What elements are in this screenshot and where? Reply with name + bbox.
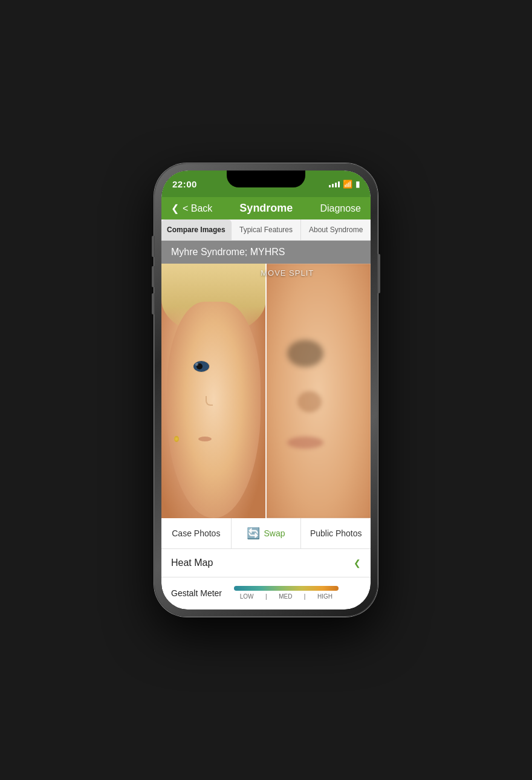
nav-bar: ❮ < Back Syndrome Diagnose bbox=[161, 197, 371, 219]
image-compare-area[interactable]: MOVE SPLIT bbox=[161, 264, 371, 518]
swap-label: Swap bbox=[264, 528, 285, 538]
bottom-controls: Case Photos 🔄 Swap Public Photos Heat Ma… bbox=[161, 518, 371, 609]
tab-about-syndrome[interactable]: About Syndrome bbox=[301, 219, 371, 240]
page-title: Syndrome bbox=[239, 202, 293, 215]
status-notch-area: 22:00 📶 ▮ bbox=[161, 171, 371, 197]
photo-buttons-row: Case Photos 🔄 Swap Public Photos bbox=[161, 518, 371, 549]
face-right bbox=[266, 264, 371, 518]
gestalt-flex: Gestalt Meter LOW | MED | HIGH bbox=[171, 586, 361, 600]
gestalt-high-label: HIGH bbox=[317, 593, 332, 600]
case-photos-label: Case Photos bbox=[172, 528, 220, 538]
screen: 22:00 📶 ▮ ❮ bbox=[161, 171, 371, 609]
face-left bbox=[161, 264, 266, 518]
syndrome-title-bar: Myhre Syndrome; MYHRS bbox=[161, 241, 371, 264]
heat-map-row[interactable]: Heat Map ❮ bbox=[161, 549, 371, 577]
battery-icon: ▮ bbox=[355, 180, 360, 189]
tab-compare-images[interactable]: Compare Images bbox=[161, 219, 232, 240]
gestalt-meter-label: Gestalt Meter bbox=[171, 588, 222, 598]
split-divider[interactable] bbox=[265, 264, 267, 518]
status-bar: 22:00 📶 ▮ bbox=[161, 171, 371, 197]
gestalt-sep1: | bbox=[265, 593, 267, 600]
public-photos-button[interactable]: Public Photos bbox=[301, 520, 371, 547]
status-icons: 📶 ▮ bbox=[329, 180, 360, 189]
tab-typical-features[interactable]: Typical Features bbox=[232, 219, 302, 240]
gestalt-meter-bar bbox=[234, 586, 339, 591]
swap-icon: 🔄 bbox=[247, 527, 260, 540]
left-image bbox=[161, 264, 266, 518]
gestalt-low-label: LOW bbox=[240, 593, 254, 600]
tab-bar: Compare Images Typical Features About Sy… bbox=[161, 219, 371, 241]
case-photos-button[interactable]: Case Photos bbox=[161, 520, 231, 547]
move-split-label: MOVE SPLIT bbox=[261, 268, 314, 278]
wifi-icon: 📶 bbox=[343, 180, 352, 189]
heat-map-label: Heat Map bbox=[171, 557, 213, 568]
back-label: < Back bbox=[174, 203, 212, 214]
heat-map-chevron-icon: ❮ bbox=[354, 558, 361, 568]
right-image bbox=[266, 264, 371, 518]
gestalt-meter-row: Gestalt Meter LOW | MED | HIGH bbox=[161, 577, 371, 609]
phone-frame: 22:00 📶 ▮ ❮ bbox=[154, 163, 378, 617]
swap-button[interactable]: 🔄 Swap bbox=[231, 518, 302, 548]
gestalt-med-label: MED bbox=[279, 593, 292, 600]
gestalt-sep2: | bbox=[304, 593, 306, 600]
gestalt-meter: LOW | MED | HIGH bbox=[234, 586, 339, 600]
gestalt-meter-labels: LOW | MED | HIGH bbox=[234, 593, 339, 600]
public-photos-label: Public Photos bbox=[310, 528, 362, 538]
diagnose-button[interactable]: Diagnose bbox=[320, 203, 361, 214]
syndrome-title: Myhre Syndrome; MYHRS bbox=[171, 247, 285, 257]
back-button[interactable]: ❮ < Back bbox=[171, 203, 212, 214]
phone-inner: 22:00 📶 ▮ ❮ bbox=[161, 171, 371, 609]
status-time: 22:00 bbox=[172, 179, 197, 189]
signal-bars-icon bbox=[329, 180, 340, 187]
